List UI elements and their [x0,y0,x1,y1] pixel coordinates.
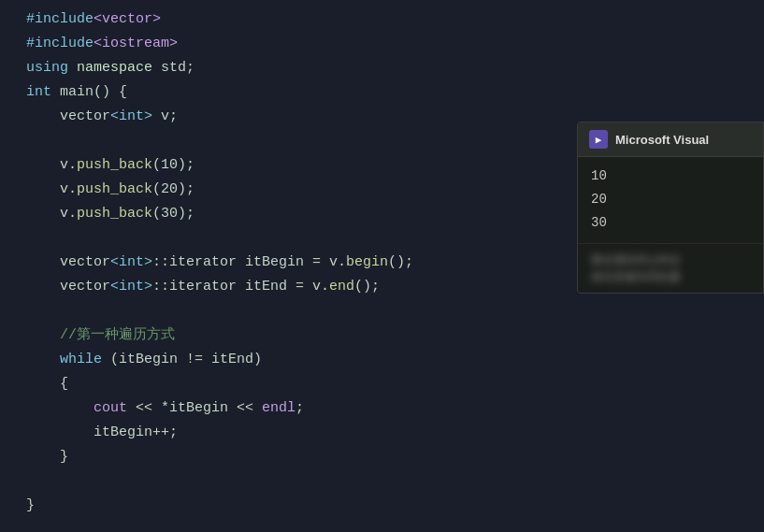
token: #include [26,11,94,27]
token: } [26,497,35,513]
line-content: } [17,446,68,468]
token: ::iterator itBegin = v. [152,254,346,270]
code-line: #include<iostream> [0,32,764,56]
popup-header: ▶ Microsoft Visual [578,122,763,157]
token: (30); [152,206,195,222]
line-content: } [17,495,35,517]
line-content: using namespace std; [17,57,195,79]
code-line: } [0,445,764,469]
token: <int> [110,254,152,270]
code-line [0,469,764,494]
token: ::iterator itEnd = v. [152,279,329,295]
token: #include [26,36,94,51]
line-content: vector<int>::iterator itBegin = v.begin(… [17,252,413,274]
token: (); [388,254,413,270]
token: vector [26,279,110,295]
output-line-1: 10 [591,165,750,188]
line-content: cout << *itBegin << endl; [17,397,304,420]
popup-message-line2: 按任意键关闭此窗 [591,268,750,285]
line-content: itBegin++; [17,422,178,444]
line-content: #include<iostream> [17,33,178,55]
token: vector [26,254,110,270]
popup-output: 10 20 30 [578,157,763,244]
token: using [26,60,68,76]
popup-message-line1: 要在调试停止时自 [591,252,750,268]
token: v. [26,181,77,197]
token: (itBegin != itEnd) [102,352,262,367]
token: (10); [152,157,195,173]
token: v. [26,157,77,173]
vs-icon-label: ▶ [596,134,602,146]
line-content: vector<int> v; [17,106,178,128]
token: } [26,449,68,465]
token: ; [296,400,304,416]
token: v. [26,206,77,222]
line-content: while (itBegin != itEnd) [17,349,262,371]
console-popup: ▶ Microsoft Visual 10 20 30 要在调试停止时自 按任意… [577,122,764,294]
line-content: #include<vector> [17,8,161,31]
code-editor: #include<vector>#include<iostream>using … [0,0,764,532]
popup-title: Microsoft Visual [615,133,709,147]
token: push_back [77,157,152,173]
token: //第一种遍历方式 [26,327,175,343]
output-line-2: 20 [591,188,750,211]
token: end [329,279,354,295]
code-line: #include<vector> [0,7,764,32]
token: <int> [110,108,152,124]
code-line [0,299,764,324]
code-line: while (itBegin != itEnd) [0,348,764,372]
token: push_back [77,206,152,222]
code-line: { [0,372,764,396]
token: << *itBegin << [127,400,262,416]
token: <int> [110,279,152,295]
line-content: //第一种遍历方式 [17,324,175,347]
token: endl [262,400,296,416]
token: (20); [152,181,195,197]
token: vector [26,108,110,124]
line-content: v.push_back(20); [17,179,195,201]
token: int [26,84,51,100]
token: (); [354,279,380,295]
token: ; [186,60,195,76]
line-content: v.push_back(30); [17,203,195,225]
code-line: //第一种遍历方式 [0,324,764,348]
token: while [26,352,102,367]
vs-icon: ▶ [589,130,608,149]
line-content: int main() { [17,81,127,104]
token: main() { [51,84,127,100]
token: begin [346,254,388,270]
token: namespace [68,60,161,76]
token: v; [152,108,178,124]
code-line: } [0,494,764,518]
line-content: { [17,373,68,395]
popup-message: 要在调试停止时自 按任意键关闭此窗 [578,244,763,293]
token: cout [26,400,127,416]
token: push_back [77,181,152,197]
code-line: int main() { [0,80,764,105]
line-content: vector<int>::iterator itEnd = v.end(); [17,276,380,298]
output-line-3: 30 [591,211,750,235]
line-content: v.push_back(10); [17,154,195,177]
token: <vector> [94,11,161,27]
code-line: itBegin++; [0,421,764,445]
token: itBegin++; [26,424,178,440]
token: { [26,376,68,392]
token: <iostream> [94,36,178,51]
token: std [161,60,186,76]
code-line: using namespace std; [0,56,764,80]
code-line: cout << *itBegin << endl; [0,396,764,421]
